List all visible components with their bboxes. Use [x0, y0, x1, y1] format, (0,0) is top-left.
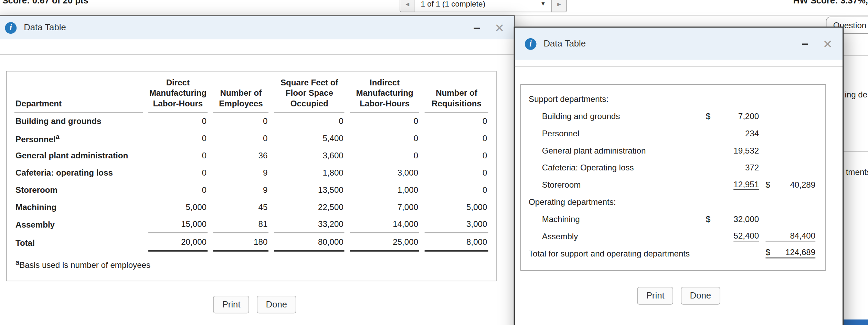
table-cell: 0: [425, 113, 488, 130]
amount: 19,532: [733, 146, 759, 155]
row-label: Building and grounds: [14, 113, 143, 130]
row-label: Assembly: [529, 231, 706, 241]
statement-row: Operating departments:: [529, 193, 815, 210]
column-header: IndirectManufacturingLabor-Hours: [350, 75, 419, 112]
table-cell: 3,600: [274, 147, 345, 164]
table-row: Storeroom0913,5001,0000: [14, 181, 488, 198]
table-cell: 0: [148, 129, 208, 147]
table-row: General plant administration0363,60000: [14, 147, 488, 164]
row-label: Cafeteria: Operating loss: [529, 163, 706, 172]
question-nav: ◄ 1 of 1 (1 complete) ▼ ►: [400, 0, 567, 12]
minimize-icon[interactable]: –: [473, 22, 480, 34]
table-cell: 9: [213, 164, 268, 181]
footnote-text: Basis used is number of employees: [19, 260, 150, 270]
data-table-dialog-departments: i Data Table – ✕ DepartmentDirectManufac…: [0, 15, 515, 325]
close-icon[interactable]: ✕: [823, 38, 833, 50]
table-cell: 5,000: [425, 198, 488, 216]
table-cell: 80,000: [274, 233, 345, 252]
table-cell: 0: [425, 129, 488, 147]
table-row: Personnela005,40000: [14, 129, 488, 147]
table-cell: 0: [213, 113, 268, 130]
statement-row: Support departments:: [529, 90, 815, 107]
table-cell: 0: [148, 147, 208, 164]
left-arrow-icon: ◄: [404, 0, 411, 7]
row-label: Personnel: [529, 128, 706, 138]
dialog-title: Data Table: [543, 39, 586, 49]
table-cell: 20,000: [148, 233, 208, 252]
table-cell: 45: [213, 198, 268, 216]
background-text-fragment: tments: [846, 167, 868, 177]
table-cell: 22,500: [274, 198, 345, 216]
row-label: Total for support and operating departme…: [529, 249, 706, 258]
table-cell: 36: [213, 147, 268, 164]
amount: 372: [745, 163, 759, 172]
top-bar: Score: 0.67 of 20 pts ◄ 1 of 1 (1 comple…: [0, 0, 868, 15]
department-table: DepartmentDirectManufacturingLabor-Hours…: [9, 75, 494, 252]
done-button[interactable]: Done: [681, 287, 720, 304]
amount: 84,400: [790, 231, 815, 240]
table-cell: 0: [148, 164, 208, 181]
print-button[interactable]: Print: [213, 296, 249, 313]
table-cell: 15,000: [148, 216, 208, 233]
table-cell: 1,800: [274, 164, 345, 181]
row-label: General plant administration: [529, 146, 706, 155]
statement-row: Cafeteria: Operating loss372: [529, 159, 815, 176]
prev-question-button[interactable]: ◄: [400, 0, 415, 12]
dialog-header[interactable]: i Data Table – ✕: [0, 16, 514, 40]
next-question-button[interactable]: ►: [551, 0, 567, 12]
table-cell: 0: [350, 129, 419, 147]
amount: 52,400: [733, 231, 759, 242]
row-label: Operating departments:: [529, 197, 706, 207]
statement-row: Total for support and operating departme…: [529, 245, 815, 262]
statement-row: Building and grounds$7,200: [529, 107, 815, 125]
background-text-fragment: ing dep: [845, 90, 868, 99]
table-cell: 0: [425, 164, 488, 181]
hw-score-label: HW Score: 3.37%,: [793, 0, 868, 6]
dialog-header[interactable]: i Data Table – ✕: [515, 28, 843, 60]
column-header: Number ofRequisitions: [425, 75, 488, 112]
amount: 40,289: [790, 180, 815, 189]
table-row: Assembly15,0008133,20014,0003,000: [14, 216, 488, 233]
table-cell: 7,000: [350, 198, 419, 216]
info-icon: i: [5, 22, 17, 34]
score-label: Score: 0.67 of 20 pts: [2, 0, 88, 6]
chevron-down-icon: ▼: [540, 1, 546, 7]
row-label: Machining: [14, 198, 143, 216]
row-label: Assembly: [14, 216, 143, 233]
divider: [515, 66, 843, 67]
amount: 32,000: [733, 214, 759, 223]
table-cell: 14,000: [350, 216, 419, 233]
row-label: Total: [14, 233, 143, 252]
table-footnote: aBasis used is number of employees: [15, 259, 150, 270]
table-cell: 0: [213, 129, 268, 147]
statement-row: Storeroom12,951$40,289: [529, 176, 815, 193]
column-header: Department: [14, 75, 143, 112]
check-answer-button-fragment[interactable]: [841, 319, 868, 325]
page: Score: 0.67 of 20 pts ◄ 1 of 1 (1 comple…: [0, 0, 868, 325]
done-button[interactable]: Done: [257, 296, 296, 313]
row-label: Personnela: [14, 129, 143, 147]
footnote-sup: a: [15, 259, 19, 266]
close-icon[interactable]: ✕: [495, 22, 504, 34]
amount: 12,951: [733, 179, 759, 190]
question-selector[interactable]: 1 of 1 (1 complete) ▼: [415, 0, 551, 12]
dollar-sign: $: [706, 111, 710, 120]
table-cell: 9: [213, 181, 268, 198]
table-row: Machining5,0004522,5007,0005,000: [14, 198, 488, 216]
row-label: Storeroom: [14, 181, 143, 198]
table-cell: 0: [425, 181, 488, 198]
data-table-dialog-costs: i Data Table – ✕ Support departments:Bui…: [514, 27, 844, 325]
table-cell: 1,000: [350, 181, 419, 198]
table-cell: 5,400: [274, 129, 345, 147]
print-button[interactable]: Print: [637, 287, 673, 304]
table-cell: 25,000: [350, 233, 419, 252]
dollar-sign: $: [706, 214, 710, 223]
minimize-icon[interactable]: –: [802, 38, 808, 50]
table-row: Cafeteria: operating loss091,8003,0000: [14, 164, 488, 181]
statement-row: Machining$32,000: [529, 210, 815, 228]
column-header: Square Feet ofFloor SpaceOccupied: [274, 75, 345, 112]
table-row: Building and grounds00000: [14, 113, 488, 130]
table-cell: 13,500: [274, 181, 345, 198]
divider: [0, 54, 514, 55]
table-cell: 0: [148, 181, 208, 198]
